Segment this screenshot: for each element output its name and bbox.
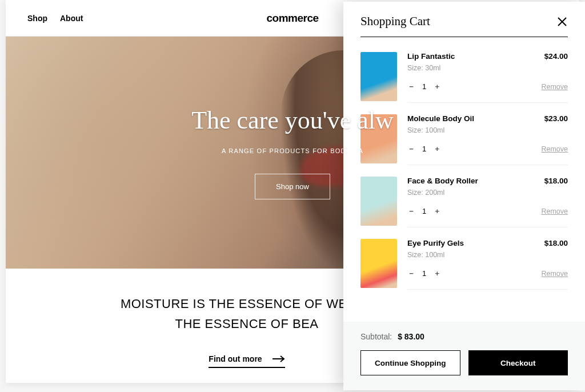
cart-title: Shopping Cart — [360, 14, 430, 29]
qty-increase-button[interactable]: + — [433, 145, 441, 153]
cart-item-details: Molecule Body Oil$23.00Size: 100ml−1+Rem… — [407, 114, 568, 165]
cart-item-price: $24.00 — [544, 52, 568, 61]
subtotal-value: $ 83.00 — [398, 332, 424, 341]
cart-item-price: $18.00 — [544, 177, 568, 185]
cart-item-image[interactable] — [360, 239, 397, 288]
cart-item-size: Size: 200ml — [407, 189, 568, 197]
qty-value: 1 — [422, 82, 426, 91]
find-out-more-link[interactable]: Find out more — [209, 354, 285, 368]
cart-item-name: Eye Purify Gels — [407, 239, 464, 247]
remove-item-button[interactable]: Remove — [541, 270, 568, 278]
quantity-stepper: −1+ — [407, 145, 441, 153]
qty-decrease-button[interactable]: − — [407, 145, 415, 153]
hero-subtitle: A RANGE OF PRODUCTS FOR BODY CA — [222, 147, 363, 154]
cart-item-size: Size: 100ml — [407, 251, 568, 259]
close-cart-button[interactable] — [556, 16, 568, 27]
cart-item: Lip Fantastic$24.00Size: 30ml−1+Remove — [360, 50, 568, 114]
cart-item: Eye Purify Gels$18.00Size: 100ml−1+Remov… — [360, 239, 568, 301]
remove-item-button[interactable]: Remove — [541, 145, 568, 153]
cart-item-price: $23.00 — [544, 114, 568, 123]
cart-panel: Shopping Cart Lip Fantastic$24.00Size: 3… — [343, 2, 585, 390]
close-icon — [558, 17, 567, 26]
qty-increase-button[interactable]: + — [433, 269, 441, 278]
cart-footer: Subtotal: $ 83.00 Continue Shopping Chec… — [343, 322, 585, 390]
cart-item-size: Size: 30ml — [407, 64, 568, 72]
qty-decrease-button[interactable]: − — [407, 82, 415, 91]
main-nav: Shop About — [27, 14, 83, 23]
cart-item: Face & Body Roller$18.00Size: 200ml−1+Re… — [360, 177, 568, 239]
remove-item-button[interactable]: Remove — [541, 207, 568, 215]
qty-value: 1 — [422, 207, 426, 215]
cart-buttons: Continue Shopping Checkout — [360, 350, 568, 375]
subtotal-label: Subtotal: — [360, 332, 392, 341]
quantity-stepper: −1+ — [407, 207, 441, 215]
quantity-stepper: −1+ — [407, 82, 441, 91]
hero-title: The care you've alw — [191, 106, 394, 135]
cart-item-details: Eye Purify Gels$18.00Size: 100ml−1+Remov… — [407, 239, 568, 290]
qty-value: 1 — [422, 269, 426, 278]
cart-item-details: Face & Body Roller$18.00Size: 200ml−1+Re… — [407, 177, 568, 227]
checkout-button[interactable]: Checkout — [468, 350, 568, 375]
quantity-stepper: −1+ — [407, 269, 441, 278]
cart-item-size: Size: 100ml — [407, 126, 568, 134]
cart-item-image[interactable] — [360, 52, 397, 101]
cart-item-name: Molecule Body Oil — [407, 114, 474, 123]
cart-item-details: Lip Fantastic$24.00Size: 30ml−1+Remove — [407, 52, 568, 103]
qty-increase-button[interactable]: + — [433, 207, 441, 215]
remove-item-button[interactable]: Remove — [541, 83, 568, 91]
qty-increase-button[interactable]: + — [433, 82, 441, 91]
qty-decrease-button[interactable]: − — [407, 207, 415, 215]
shop-now-button[interactable]: Shop now — [255, 174, 330, 199]
cart-item-name: Lip Fantastic — [407, 52, 455, 61]
qty-value: 1 — [422, 145, 426, 153]
continue-shopping-button[interactable]: Continue Shopping — [360, 350, 460, 375]
site-logo[interactable]: commerce — [266, 12, 318, 25]
arrow-right-icon — [273, 355, 285, 362]
cart-items-list[interactable]: Lip Fantastic$24.00Size: 30ml−1+RemoveMo… — [343, 37, 585, 322]
cart-header: Shopping Cart — [343, 2, 585, 37]
cart-item-price: $18.00 — [544, 239, 568, 247]
nav-about[interactable]: About — [60, 14, 83, 23]
find-out-more-label: Find out more — [209, 354, 262, 363]
qty-decrease-button[interactable]: − — [407, 269, 415, 278]
nav-shop[interactable]: Shop — [27, 14, 47, 23]
cart-item-name: Face & Body Roller — [407, 177, 478, 185]
cart-item-image[interactable] — [360, 177, 397, 226]
cart-subtotal: Subtotal: $ 83.00 — [360, 332, 568, 341]
